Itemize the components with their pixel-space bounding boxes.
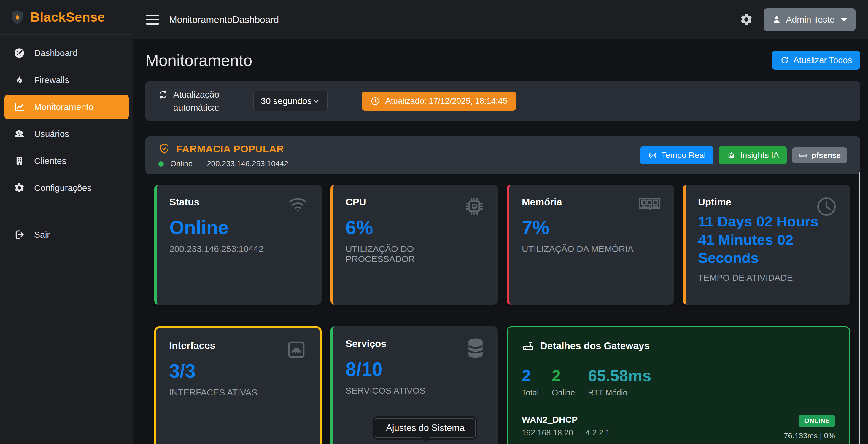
- realtime-button[interactable]: Tempo Real: [640, 146, 713, 165]
- cpu-card: CPU 6% UTILIZAÇÃO DO PROCESSADOR: [331, 185, 498, 305]
- router-icon: [522, 340, 534, 352]
- card-value: 3/3: [169, 360, 307, 382]
- sidebar: BlackSense Dashboard Firewalls Monitoram…: [0, 0, 133, 444]
- gateways-rtt-stat: 65.58ms RTT Médio: [588, 366, 651, 398]
- ethernet-icon: [285, 339, 307, 361]
- page-content: Monitoramento Atualizar Todos Atualizaçã…: [133, 39, 868, 444]
- card-value: 6%: [346, 217, 485, 239]
- topbar: MonitoramentoDashboard Admin Teste: [133, 0, 868, 39]
- sidebar-item-label: Firewalls: [34, 75, 69, 85]
- sidebar-item-firewalls[interactable]: Firewalls: [4, 68, 129, 93]
- chevron-down-icon: [312, 97, 320, 105]
- sidebar-item-label: Usuários: [34, 129, 69, 139]
- last-updated-badge: Atualizado: 17/12/2025, 18:14:45: [362, 92, 516, 110]
- sidebar-divider: [0, 210, 133, 210]
- database-icon: [466, 337, 485, 360]
- system-settings-tooltip: Ajustes do Sistema: [375, 418, 476, 438]
- card-value: 7%: [522, 217, 661, 239]
- gateway-row: WAN2_DHCP 192.168.18.20 → 4.2.2.1 ONLINE…: [522, 415, 835, 440]
- card-subtitle: SERVIÇOS ATIVOS: [346, 386, 485, 396]
- scrollbar-thumb[interactable]: [859, 172, 860, 444]
- card-subtitle: 200.233.146.253:10442: [169, 244, 309, 254]
- gateways-title: Detalhes dos Gateways: [540, 340, 650, 351]
- gauge-icon: [13, 47, 25, 59]
- memory-card: Memória 7% UTILIZAÇÃO DA MEMÓRIA: [507, 185, 674, 305]
- gateways-card: Detalhes dos Gateways 2 Total 2 Online 6…: [507, 326, 850, 444]
- gateway-name: WAN2_DHCP: [522, 415, 610, 425]
- refresh-all-button[interactable]: Atualizar Todos: [772, 51, 860, 70]
- sidebar-item-label: Sair: [34, 230, 50, 240]
- menu-toggle-button[interactable]: [146, 14, 159, 25]
- card-subtitle: UTILIZAÇÃO DO PROCESSADOR: [346, 244, 485, 264]
- metrics-grid: Status Online 200.233.146.253:10442 CPU …: [154, 185, 850, 444]
- gateway-route: 192.168.18.20 → 4.2.2.1: [522, 428, 610, 438]
- sidebar-item-label: Clientes: [34, 156, 66, 166]
- server-icon: [799, 151, 807, 160]
- card-title: Serviços: [346, 338, 485, 349]
- clock-icon: [371, 96, 380, 106]
- gear-icon: [13, 182, 25, 194]
- firewall-header: FARMACIA POPULAR Online 200.233.146.253:…: [145, 136, 860, 174]
- sign-out-icon: [13, 229, 25, 240]
- fire-icon: [13, 74, 25, 86]
- platform-badge: pfsense: [792, 147, 847, 163]
- user-icon: [772, 15, 781, 24]
- app-root: BlackSense Dashboard Firewalls Monitoram…: [0, 0, 868, 444]
- settings-gear-icon[interactable]: [740, 13, 753, 26]
- gateway-metrics: 76.133ms | 0%: [784, 431, 835, 440]
- cpu-chip-icon: [463, 195, 485, 217]
- brand-shield-icon: [9, 9, 26, 26]
- card-value: Online: [169, 217, 309, 239]
- breadcrumb: MonitoramentoDashboard: [169, 14, 279, 25]
- memory-ram-icon: [638, 195, 661, 212]
- sidebar-item-label: Monitoramento: [34, 102, 93, 112]
- gateways-total-stat: 2 Total: [522, 366, 539, 398]
- auto-update-label: Atualização automática:: [173, 88, 244, 114]
- card-subtitle: TEMPO DE ATIVIDADE: [698, 273, 838, 283]
- user-name: Admin Teste: [786, 14, 835, 25]
- brand-name: BlackSense: [30, 10, 105, 25]
- card-subtitle: UTILIZAÇÃO DA MEMÓRIA: [522, 244, 661, 254]
- online-status-dot: [158, 161, 164, 167]
- card-value: 11 Days 02 Hours 41 Minutes 02 Seconds: [698, 212, 837, 267]
- firewall-address: 200.233.146.253:10442: [207, 159, 288, 168]
- gateways-stats: 2 Total 2 Online 65.58ms RTT Médio: [522, 366, 835, 398]
- online-badge: ONLINE: [799, 415, 835, 427]
- interval-value: 30 segundos: [261, 96, 312, 106]
- shield-check-icon: [158, 142, 170, 155]
- sidebar-item-clientes[interactable]: Clientes: [4, 148, 129, 173]
- building-icon: [13, 155, 25, 167]
- chevron-down-icon: [841, 18, 847, 22]
- sidebar-item-dashboard[interactable]: Dashboard: [4, 41, 129, 66]
- card-value: 8/10: [346, 358, 485, 380]
- sidebar-item-monitoramento[interactable]: Monitoramento: [4, 95, 129, 119]
- clock-icon: [815, 195, 838, 218]
- users-icon: [13, 129, 25, 139]
- sidebar-nav: Dashboard Firewalls Monitoramento Usuári…: [0, 35, 133, 202]
- user-menu-button[interactable]: Admin Teste: [764, 8, 856, 31]
- auto-update-panel: Atualização automática: 30 segundos Atua…: [145, 81, 860, 121]
- uptime-card: Uptime 11 Days 02 Hours 41 Minutes 02 Se…: [683, 185, 850, 305]
- robot-icon: [726, 150, 736, 160]
- firewall-name: FARMACIA POPULAR: [176, 143, 284, 155]
- interfaces-card: Interfaces 3/3 INTERFACES ATIVAS: [154, 326, 321, 444]
- firewall-status: Online: [170, 159, 192, 168]
- wifi-icon: [286, 195, 309, 214]
- sidebar-item-usuarios[interactable]: Usuários: [4, 122, 129, 146]
- page-title: Monitoramento: [145, 51, 252, 69]
- gateways-online-stat: 2 Online: [552, 366, 575, 398]
- brand-logo: BlackSense: [0, 0, 133, 35]
- refresh-icon: [780, 56, 789, 65]
- sidebar-item-label: Configurações: [34, 183, 91, 193]
- sidebar-item-label: Dashboard: [34, 48, 78, 58]
- sidebar-item-configuracoes[interactable]: Configurações: [4, 175, 129, 200]
- main-area: MonitoramentoDashboard Admin Teste Monit…: [133, 0, 868, 444]
- card-subtitle: INTERFACES ATIVAS: [169, 387, 307, 398]
- sync-icon: [158, 90, 168, 114]
- chart-line-icon: [13, 101, 25, 113]
- broadcast-icon: [648, 150, 657, 160]
- status-card: Status Online 200.233.146.253:10442: [154, 185, 321, 305]
- interval-select[interactable]: 30 segundos: [253, 91, 328, 111]
- insights-ia-button[interactable]: Insights IA: [719, 146, 787, 165]
- sidebar-item-logout[interactable]: Sair: [4, 222, 129, 247]
